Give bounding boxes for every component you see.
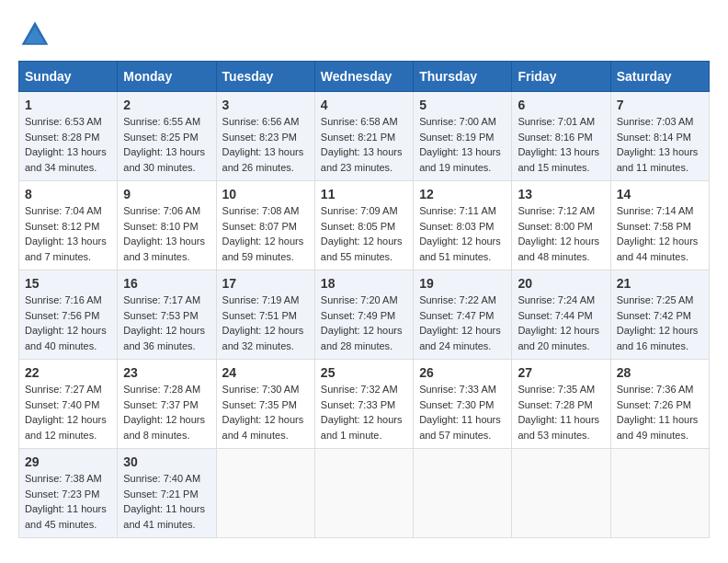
calendar-day-cell: 29Sunrise: 7:38 AMSunset: 7:23 PMDayligh… [19, 449, 118, 538]
daylight-text: Daylight: 12 hours and 12 minutes. [25, 414, 107, 441]
calendar-day-cell: 21Sunrise: 7:25 AMSunset: 7:42 PMDayligh… [610, 270, 709, 360]
calendar-day-cell [610, 449, 709, 538]
day-number: 15 [25, 276, 111, 291]
calendar-day-cell: 12Sunrise: 7:11 AMSunset: 8:03 PMDayligh… [414, 181, 512, 270]
daylight-text: Daylight: 12 hours and 32 minutes. [222, 325, 304, 351]
calendar-day-cell: 19Sunrise: 7:22 AMSunset: 7:47 PMDayligh… [414, 270, 512, 360]
sunrise-text: Sunrise: 7:12 AM [518, 205, 595, 216]
day-of-week-header: Saturday [610, 62, 709, 92]
daylight-text: Daylight: 13 hours and 7 minutes. [25, 236, 107, 262]
logo-icon [18, 18, 51, 52]
daylight-text: Daylight: 12 hours and 16 minutes. [617, 325, 699, 351]
day-number: 18 [321, 276, 407, 291]
day-info: Sunrise: 7:03 AMSunset: 8:14 PMDaylight:… [617, 114, 703, 175]
calendar-day-cell: 13Sunrise: 7:12 AMSunset: 8:00 PMDayligh… [512, 181, 610, 270]
sunset-text: Sunset: 8:07 PM [222, 221, 297, 232]
sunrise-text: Sunrise: 7:03 AM [617, 116, 694, 127]
calendar-table: SundayMondayTuesdayWednesdayThursdayFrid… [18, 61, 710, 538]
sunset-text: Sunset: 7:49 PM [321, 310, 395, 321]
sunrise-text: Sunrise: 7:11 AM [419, 205, 496, 216]
daylight-text: Daylight: 12 hours and 44 minutes. [617, 236, 699, 262]
daylight-text: Daylight: 13 hours and 30 minutes. [123, 146, 205, 173]
daylight-text: Daylight: 12 hours and 28 minutes. [321, 325, 403, 351]
calendar-day-cell: 20Sunrise: 7:24 AMSunset: 7:44 PMDayligh… [512, 270, 610, 360]
sunset-text: Sunset: 8:28 PM [25, 132, 99, 143]
calendar-day-cell: 16Sunrise: 7:17 AMSunset: 7:53 PMDayligh… [118, 270, 216, 360]
sunrise-text: Sunrise: 7:06 AM [123, 205, 200, 216]
daylight-text: Daylight: 11 hours and 57 minutes. [419, 414, 501, 441]
day-number: 22 [25, 365, 111, 380]
calendar-week-row: 15Sunrise: 7:16 AMSunset: 7:56 PMDayligh… [19, 270, 710, 360]
calendar-day-cell [314, 449, 413, 538]
sunrise-text: Sunrise: 7:40 AM [123, 473, 200, 484]
daylight-text: Daylight: 12 hours and 4 minutes. [222, 414, 304, 441]
calendar-day-cell: 23Sunrise: 7:28 AMSunset: 7:37 PMDayligh… [118, 360, 216, 449]
sunrise-text: Sunrise: 7:35 AM [518, 384, 595, 395]
day-info: Sunrise: 7:12 AMSunset: 8:00 PMDaylight:… [518, 203, 604, 264]
calendar-day-cell: 30Sunrise: 7:40 AMSunset: 7:21 PMDayligh… [118, 449, 216, 538]
sunset-text: Sunset: 8:16 PM [518, 132, 592, 143]
day-number: 5 [419, 98, 506, 112]
calendar-day-cell: 11Sunrise: 7:09 AMSunset: 8:05 PMDayligh… [314, 181, 413, 270]
calendar-day-cell: 25Sunrise: 7:32 AMSunset: 7:33 PMDayligh… [314, 360, 413, 449]
calendar-day-cell: 3Sunrise: 6:56 AMSunset: 8:23 PMDaylight… [216, 92, 314, 181]
day-info: Sunrise: 6:55 AMSunset: 8:25 PMDaylight:… [123, 114, 210, 175]
daylight-text: Daylight: 11 hours and 45 minutes. [25, 503, 107, 530]
day-number: 14 [617, 187, 703, 201]
page-header [18, 18, 710, 52]
calendar-day-cell: 10Sunrise: 7:08 AMSunset: 8:07 PMDayligh… [216, 181, 314, 270]
daylight-text: Daylight: 12 hours and 55 minutes. [321, 236, 403, 262]
day-number: 16 [123, 276, 210, 291]
sunrise-text: Sunrise: 7:09 AM [321, 205, 398, 216]
calendar-day-cell: 8Sunrise: 7:04 AMSunset: 8:12 PMDaylight… [19, 181, 118, 270]
sunset-text: Sunset: 8:03 PM [419, 221, 494, 232]
calendar-day-cell: 4Sunrise: 6:58 AMSunset: 8:21 PMDaylight… [314, 92, 413, 181]
day-number: 4 [321, 98, 407, 112]
calendar-day-cell: 15Sunrise: 7:16 AMSunset: 7:56 PMDayligh… [19, 270, 118, 360]
daylight-text: Daylight: 12 hours and 36 minutes. [123, 325, 205, 351]
sunset-text: Sunset: 7:53 PM [123, 310, 198, 321]
day-info: Sunrise: 7:40 AMSunset: 7:21 PMDaylight:… [123, 471, 210, 532]
day-number: 3 [222, 98, 309, 112]
day-info: Sunrise: 7:11 AMSunset: 8:03 PMDaylight:… [419, 203, 506, 264]
day-info: Sunrise: 7:38 AMSunset: 7:23 PMDaylight:… [25, 471, 111, 532]
sunrise-text: Sunrise: 6:58 AM [321, 116, 398, 127]
daylight-text: Daylight: 13 hours and 26 minutes. [222, 146, 304, 173]
sunrise-text: Sunrise: 6:53 AM [25, 116, 102, 127]
daylight-text: Daylight: 11 hours and 53 minutes. [518, 414, 599, 441]
sunset-text: Sunset: 8:10 PM [123, 221, 198, 232]
day-info: Sunrise: 7:35 AMSunset: 7:28 PMDaylight:… [518, 382, 604, 442]
sunrise-text: Sunrise: 7:27 AM [25, 384, 102, 395]
sunrise-text: Sunrise: 6:56 AM [222, 116, 300, 127]
day-of-week-header: Wednesday [314, 62, 413, 92]
calendar-day-cell: 26Sunrise: 7:33 AMSunset: 7:30 PMDayligh… [414, 360, 512, 449]
day-info: Sunrise: 7:32 AMSunset: 7:33 PMDaylight:… [321, 382, 407, 442]
daylight-text: Daylight: 12 hours and 1 minute. [321, 414, 403, 441]
sunset-text: Sunset: 8:05 PM [321, 221, 395, 232]
sunset-text: Sunset: 7:35 PM [222, 399, 297, 410]
daylight-text: Daylight: 11 hours and 41 minutes. [123, 503, 205, 530]
day-number: 29 [25, 454, 111, 469]
day-info: Sunrise: 6:53 AMSunset: 8:28 PMDaylight:… [25, 114, 111, 175]
sunrise-text: Sunrise: 7:30 AM [222, 384, 300, 395]
sunset-text: Sunset: 8:14 PM [617, 132, 691, 143]
sunrise-text: Sunrise: 7:04 AM [25, 205, 102, 216]
day-info: Sunrise: 7:14 AMSunset: 7:58 PMDaylight:… [617, 203, 703, 264]
day-info: Sunrise: 7:01 AMSunset: 8:16 PMDaylight:… [518, 114, 604, 175]
sunrise-text: Sunrise: 7:16 AM [25, 294, 102, 305]
sunrise-text: Sunrise: 7:33 AM [419, 384, 496, 395]
sunrise-text: Sunrise: 7:22 AM [419, 294, 496, 305]
day-number: 30 [123, 454, 210, 469]
day-info: Sunrise: 7:08 AMSunset: 8:07 PMDaylight:… [222, 203, 309, 264]
sunset-text: Sunset: 7:37 PM [123, 399, 198, 410]
sunrise-text: Sunrise: 6:55 AM [123, 116, 200, 127]
calendar-day-cell: 17Sunrise: 7:19 AMSunset: 7:51 PMDayligh… [216, 270, 314, 360]
calendar-week-row: 29Sunrise: 7:38 AMSunset: 7:23 PMDayligh… [19, 449, 710, 538]
day-number: 8 [25, 187, 111, 201]
day-number: 23 [123, 365, 210, 380]
logo [18, 18, 55, 52]
day-info: Sunrise: 7:30 AMSunset: 7:35 PMDaylight:… [222, 382, 309, 442]
day-info: Sunrise: 7:20 AMSunset: 7:49 PMDaylight:… [321, 293, 407, 353]
calendar-day-cell: 28Sunrise: 7:36 AMSunset: 7:26 PMDayligh… [610, 360, 709, 449]
sunset-text: Sunset: 8:25 PM [123, 132, 198, 143]
